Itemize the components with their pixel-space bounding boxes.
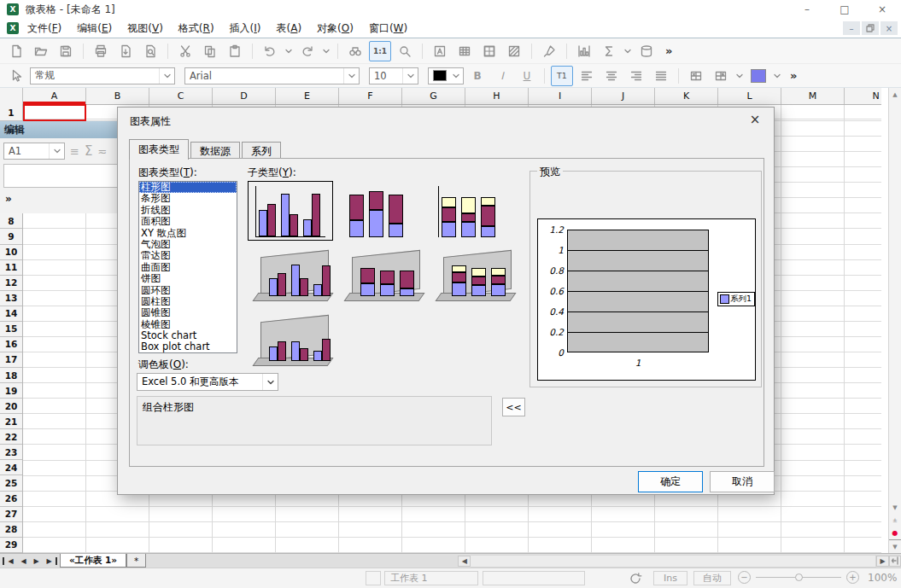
select-all-corner[interactable] [0, 88, 23, 104]
row-header-20[interactable]: 20 [0, 399, 22, 414]
record-dot-icon[interactable]: ● [889, 527, 901, 539]
first-sheet-button[interactable]: ◀ [3, 557, 17, 565]
toolbar2-overflow-button[interactable]: » [790, 69, 797, 82]
maximize-button[interactable]: □ [826, 0, 863, 19]
open-button[interactable] [30, 41, 52, 61]
underline-button[interactable]: U [516, 66, 538, 86]
vertical-scrollbar[interactable]: ▲ ▼ ± ● ▼ [888, 88, 901, 553]
row-header-18[interactable]: 18 [0, 368, 22, 383]
insert-mode-indicator[interactable]: Ins [653, 571, 687, 585]
cancel-button[interactable]: 取消 [710, 471, 775, 492]
zoom-slider-handle[interactable] [795, 573, 803, 581]
sheet-tab-active[interactable]: «工作表 1» [60, 554, 126, 568]
format-dropdown[interactable] [734, 67, 745, 85]
close-button[interactable]: × [863, 0, 901, 19]
redo-button[interactable] [296, 41, 319, 61]
chart-type-bar[interactable]: 条形图 [139, 193, 237, 204]
menu-item-view[interactable]: 视图(V) [127, 21, 163, 36]
sum-icon[interactable]: Σ [85, 143, 92, 159]
chart-type-donut[interactable]: 圆环图 [139, 285, 237, 296]
chart-type-surface[interactable]: 曲面图 [139, 262, 237, 273]
database-button[interactable] [635, 41, 658, 61]
column-header-M[interactable]: M [781, 88, 845, 104]
zoom-level[interactable]: 100% [868, 572, 897, 584]
new-file-button[interactable] [5, 41, 27, 61]
previous-sheet-button[interactable]: ◀ [17, 554, 30, 568]
font-color-select[interactable] [428, 67, 464, 84]
zoom-actual-size-button[interactable]: 1:1 [369, 41, 391, 61]
scroll-down-icon[interactable]: ▼ [889, 501, 901, 514]
cell-style-select[interactable]: 常规 [30, 67, 175, 84]
column-header-D[interactable]: D [213, 88, 276, 104]
undo-dropdown[interactable] [284, 42, 294, 61]
subtype-clustered-column-3d[interactable] [248, 251, 333, 306]
formula-input[interactable] [3, 164, 118, 188]
row-header-24[interactable]: 24 [0, 460, 22, 475]
row-header-27[interactable]: 27 [0, 507, 22, 522]
cut-button[interactable] [174, 41, 196, 61]
mdi-restore-button[interactable] [862, 21, 879, 35]
dialog-close-button[interactable]: × [747, 112, 763, 127]
borders-button[interactable] [478, 41, 500, 61]
selected-cell-A1[interactable] [23, 104, 86, 121]
subtype-stacked-column-3d[interactable] [339, 251, 424, 306]
bold-button[interactable]: B [466, 66, 489, 86]
align-right-button[interactable] [625, 66, 647, 86]
chart-type-box-plot[interactable]: Box plot chart [139, 341, 237, 352]
row-header-11[interactable]: 11 [0, 260, 22, 276]
column-header-C[interactable]: C [149, 88, 213, 104]
split-handle-icon[interactable]: ▼ [889, 539, 901, 553]
name-box[interactable]: A1 [3, 143, 65, 160]
autosum-dropdown[interactable] [623, 42, 633, 61]
fill-color-dropdown[interactable] [772, 67, 782, 85]
chart-type-cone[interactable]: 圆锥图 [139, 307, 237, 318]
row-header-15[interactable]: 15 [0, 322, 22, 337]
menu-item-window[interactable]: 窗口(W) [369, 21, 407, 36]
print-preview-button[interactable] [139, 41, 161, 61]
row-header-21[interactable]: 21 [0, 414, 22, 429]
align-left-button[interactable] [576, 66, 598, 86]
function-icon[interactable]: ≂ [97, 145, 107, 158]
column-header-I[interactable]: I [529, 88, 592, 104]
column-header-A[interactable]: A [23, 88, 86, 104]
subtype-percent-stacked-column[interactable] [430, 181, 516, 241]
font-size-select[interactable]: 10 [369, 67, 418, 84]
select-pointer-button[interactable] [5, 66, 27, 86]
export-pdf-button[interactable] [114, 41, 137, 61]
row-header-17[interactable]: 17 [0, 352, 22, 368]
column-header-H[interactable]: H [465, 88, 529, 104]
mdi-close-button[interactable]: × [881, 21, 898, 35]
zoom-button[interactable] [394, 41, 416, 61]
menu-item-object[interactable]: 对象(O) [317, 21, 354, 36]
column-header-J[interactable]: J [592, 88, 655, 104]
row-header-1[interactable]: 1 [0, 104, 22, 121]
currency-format-button[interactable] [710, 66, 732, 86]
subtype-clustered-column[interactable] [248, 181, 333, 241]
subtype-stacked-column[interactable] [339, 181, 424, 241]
menu-item-table[interactable]: 表(A) [276, 21, 301, 36]
menu-item-file[interactable]: 文件(F) [27, 21, 61, 36]
row-header-23[interactable]: 23 [0, 445, 22, 460]
subtype-column-3d[interactable] [248, 316, 333, 370]
row-header-10[interactable]: 10 [0, 245, 22, 260]
panel-expander-button[interactable]: » [5, 193, 12, 205]
dialog-tab-series[interactable]: 系列 [242, 142, 281, 160]
column-header-F[interactable]: F [339, 88, 402, 104]
chart-type-stock[interactable]: Stock chart [139, 330, 237, 341]
column-header-L[interactable]: L [718, 88, 781, 104]
number-format-button[interactable] [685, 66, 707, 86]
row-header-9[interactable]: 9 [0, 229, 22, 244]
italic-button[interactable]: I [491, 66, 513, 86]
align-justify-button[interactable] [650, 66, 672, 86]
fill-pattern-button[interactable] [503, 41, 525, 61]
row-header-16[interactable]: 16 [0, 337, 22, 352]
equals-icon[interactable]: ≡ [70, 145, 79, 158]
format-cells-button[interactable] [429, 41, 451, 61]
insert-chart-button[interactable] [573, 41, 595, 61]
fill-color-button[interactable] [747, 66, 769, 86]
hscroll-right-button[interactable]: ▶ [876, 556, 889, 567]
row-header-8[interactable]: 8 [0, 213, 22, 229]
font-select[interactable]: Arial [184, 67, 360, 84]
hscroll-left-button[interactable]: ◀ [458, 556, 471, 567]
menu-item-format[interactable]: 格式(R) [178, 21, 214, 36]
